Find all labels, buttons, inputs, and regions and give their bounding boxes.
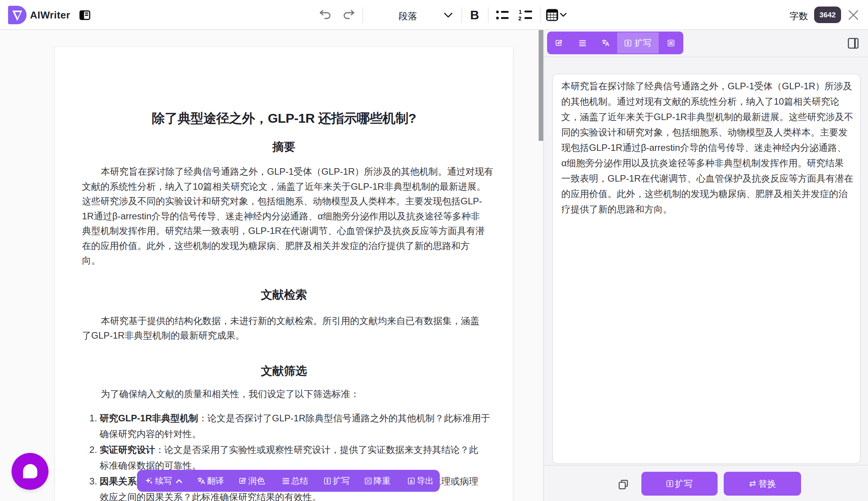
- svg-text:1: 1: [519, 9, 522, 15]
- svg-text:2: 2: [518, 15, 521, 21]
